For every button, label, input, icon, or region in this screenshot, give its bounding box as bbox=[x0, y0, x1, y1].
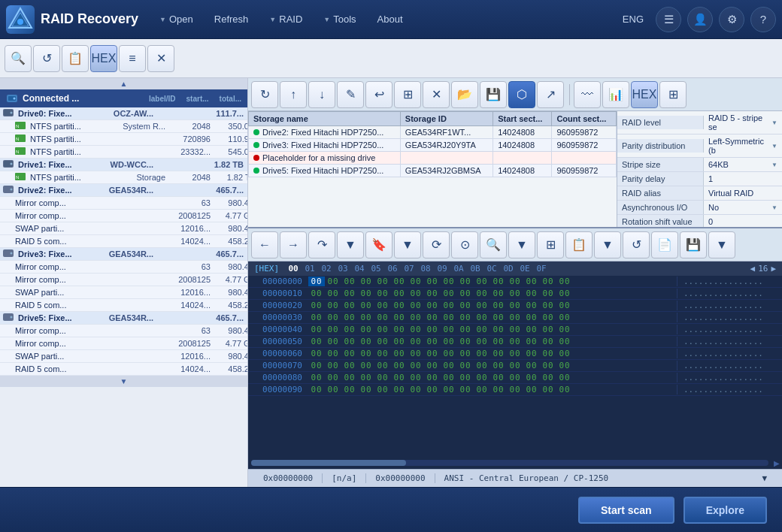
raid-up-btn[interactable]: ↑ bbox=[280, 81, 307, 108]
drive2-item[interactable]: Drive2: Fixe... GEA534R... 465.7... bbox=[0, 184, 247, 197]
hex-search-arrow-btn[interactable]: ▼ bbox=[508, 231, 535, 258]
drive5-mirror2[interactable]: Mirror comp... 2008125 4.77 GB bbox=[0, 337, 247, 350]
hex-row-3[interactable]: 00000030 0000000000000000000000000000000… bbox=[248, 312, 782, 324]
messages-icon-btn[interactable]: ☰ bbox=[656, 7, 681, 32]
hscroll-right-arrow[interactable]: ▶ bbox=[771, 459, 782, 467]
search-btn[interactable]: 🔍 bbox=[5, 45, 32, 72]
grid-btn[interactable]: ⊞ bbox=[659, 81, 687, 108]
drive5-item[interactable]: Drive5: Fixe... GEA534R... 465.7... bbox=[0, 312, 247, 325]
waveform-btn[interactable]: 〰 bbox=[574, 81, 601, 108]
drive2-mirror2[interactable]: Mirror comp... 2008125 4.77 GB bbox=[0, 210, 247, 222]
raid-export-btn[interactable]: ↗ bbox=[537, 81, 564, 108]
scroll-up-arrow[interactable]: ▲ bbox=[0, 78, 247, 89]
table-row[interactable]: Drive2: Fixed Hitachi HDP7250... GEA534R… bbox=[249, 126, 617, 139]
hex-save2-btn[interactable]: 💾 bbox=[680, 231, 707, 258]
hex-back-btn[interactable]: ← bbox=[251, 231, 278, 258]
menu-refresh[interactable]: Refresh bbox=[205, 9, 258, 29]
drive5-raid5[interactable]: RAID 5 com... 14024... 458.2... bbox=[0, 363, 247, 376]
drive3-mirror2[interactable]: Mirror comp... 2008125 4.77 GB bbox=[0, 274, 247, 286]
raid-edit-btn[interactable]: ✎ bbox=[337, 81, 364, 108]
hex-row-1[interactable]: 00000010 0000000000000000000000000000000… bbox=[248, 288, 782, 300]
list-view-btn[interactable]: ≡ bbox=[119, 45, 146, 72]
chart-btn[interactable]: 📊 bbox=[602, 81, 629, 108]
hex-save-arrow-btn[interactable]: ▼ bbox=[708, 231, 735, 258]
drive1-item[interactable]: Drive1: Fixe... WD-WCC... 1.82 TB bbox=[0, 159, 247, 171]
start-scan-button[interactable]: Start scan bbox=[578, 497, 674, 524]
hex-bookmark-btn[interactable]: 🔖 bbox=[365, 231, 393, 258]
hex-hscrollbar[interactable]: ▶ bbox=[248, 457, 782, 469]
hex-row-6[interactable]: 00000060 0000000000000000000000000000000… bbox=[248, 348, 782, 360]
hex-row-8[interactable]: 00000080 0000000000000000000000000000000… bbox=[248, 372, 782, 384]
drive1-part1[interactable]: N NTFS partiti... Storage 2048 1.82 TB bbox=[0, 171, 247, 184]
explore-button[interactable]: Explore bbox=[683, 497, 767, 524]
hscroll-thumb[interactable] bbox=[251, 460, 406, 466]
user-icon-btn[interactable]: 👤 bbox=[687, 7, 713, 32]
raid-level-arrow[interactable]: ▼ bbox=[771, 119, 777, 126]
close-btn[interactable]: ✕ bbox=[147, 45, 174, 72]
hex-mode-btn[interactable]: HEX bbox=[631, 81, 658, 108]
hex-arrow-btn[interactable]: ▼ bbox=[337, 231, 364, 258]
hex-refresh2-btn[interactable]: ↺ bbox=[623, 231, 650, 258]
hex-grid2-btn[interactable]: ⊞ bbox=[537, 231, 564, 258]
hex-col-05: 05 bbox=[368, 264, 384, 274]
raid-undo-btn[interactable]: ↩ bbox=[365, 81, 393, 108]
menu-tools[interactable]: ▼ Tools bbox=[314, 9, 365, 29]
drive5-mirror1[interactable]: Mirror comp... 63 980.4... bbox=[0, 325, 247, 337]
raid-calc-btn[interactable]: ⊞ bbox=[394, 81, 421, 108]
raid-navigate-btn[interactable]: ↻ bbox=[251, 81, 278, 108]
raid-build-btn[interactable]: ⬡ bbox=[508, 81, 535, 108]
async-io-arrow[interactable]: ▼ bbox=[771, 204, 777, 211]
table-row[interactable]: Drive3: Fixed Hitachi HDP7250... GEA534R… bbox=[249, 139, 617, 152]
encoding-dropdown-arrow[interactable]: ▼ bbox=[762, 473, 767, 483]
hex-edit2-btn[interactable]: ⟳ bbox=[423, 231, 450, 258]
hex-copy2-btn[interactable]: 📋 bbox=[565, 231, 593, 258]
hex-row-9[interactable]: 00000090 0000000000000000000000000000000… bbox=[248, 384, 782, 396]
hex-page-left-arrow[interactable]: ◀ bbox=[750, 264, 756, 274]
drive3-mirror1[interactable]: Mirror comp... 63 980.4... bbox=[0, 261, 247, 274]
hex-go-btn[interactable]: ⊙ bbox=[451, 231, 478, 258]
hex-row-2[interactable]: 00000020 0000000000000000000000000000000… bbox=[248, 300, 782, 312]
stripe-size-arrow[interactable]: ▼ bbox=[771, 162, 777, 168]
raid-down-btn[interactable]: ↓ bbox=[308, 81, 335, 108]
raid-open-btn[interactable]: 📂 bbox=[451, 81, 478, 108]
hex-row-0[interactable]: 00000000 0000000000000000000000000000000… bbox=[248, 276, 782, 288]
lang-selector[interactable]: ENG bbox=[617, 11, 650, 28]
help-icon-btn[interactable]: ? bbox=[750, 7, 776, 32]
hex-search-btn[interactable]: 🔍 bbox=[480, 231, 507, 258]
menu-raid[interactable]: ▼ RAID bbox=[260, 9, 311, 29]
refresh-btn[interactable]: ↺ bbox=[33, 45, 60, 72]
table-row-missing[interactable]: Placeholder for a missing drive bbox=[249, 152, 617, 165]
drive2-mirror1[interactable]: Mirror comp... 63 980.4... bbox=[0, 197, 247, 210]
drive0-part1[interactable]: N NTFS partiti... System R... 2048 350.0… bbox=[0, 120, 247, 133]
scroll-down-arrow[interactable]: ▼ bbox=[0, 376, 247, 387]
hex-view-btn[interactable]: HEX bbox=[90, 45, 117, 72]
hex-row-4[interactable]: 00000040 0000000000000000000000000000000… bbox=[248, 324, 782, 336]
hex-page-right-arrow[interactable]: ▶ bbox=[771, 264, 776, 274]
drive2-swap[interactable]: SWAP parti... 12016... 980.4... bbox=[0, 222, 247, 235]
drive0-part2[interactable]: N NTFS partiti... 720896 110.9... bbox=[0, 133, 247, 146]
menu-about[interactable]: About bbox=[368, 9, 412, 29]
hex-row-7[interactable]: 00000070 0000000000000000000000000000000… bbox=[248, 360, 782, 372]
hex-file-btn[interactable]: 📄 bbox=[651, 231, 678, 258]
drive3-item[interactable]: Drive3: Fixe... GEA534R... 465.7... bbox=[0, 248, 247, 261]
parity-dist-arrow[interactable]: ▼ bbox=[771, 143, 777, 150]
drive3-swap[interactable]: SWAP parti... 12016... 980.4... bbox=[0, 286, 247, 299]
hex-fwd-btn[interactable]: → bbox=[280, 231, 307, 258]
hex-bm-arrow-btn[interactable]: ▼ bbox=[394, 231, 421, 258]
drive2-raid5[interactable]: RAID 5 com... 14024... 458.2... bbox=[0, 235, 247, 248]
drive3-raid5[interactable]: RAID 5 com... 14024... 458.2... bbox=[0, 299, 247, 312]
hex-row-5[interactable]: 00000050 0000000000000000000000000000000… bbox=[248, 336, 782, 348]
raid-save-btn[interactable]: 💾 bbox=[480, 81, 507, 108]
settings-icon-btn[interactable]: ⚙ bbox=[719, 7, 744, 32]
hex-col-0e: 0E bbox=[517, 264, 533, 274]
hex-copy-arrow-btn[interactable]: ▼ bbox=[594, 231, 621, 258]
hex-content[interactable]: 00000000 0000000000000000000000000000000… bbox=[248, 276, 782, 457]
raid-remove-btn[interactable]: ✕ bbox=[423, 81, 450, 108]
drive0-item[interactable]: Drive0: Fixe... OCZ-AW... 111.7... bbox=[0, 107, 247, 120]
copy-btn[interactable]: 📋 bbox=[62, 45, 89, 72]
menu-open[interactable]: ▼ Open bbox=[150, 9, 202, 29]
table-row[interactable]: Drive5: Fixed Hitachi HDP7250... GEA534R… bbox=[249, 165, 617, 177]
drive5-swap[interactable]: SWAP parti... 12016... 980.4... bbox=[0, 350, 247, 363]
hex-replay-btn[interactable]: ↷ bbox=[308, 231, 335, 258]
drive0-part3[interactable]: N NTFS partiti... 23332... 545.0... bbox=[0, 146, 247, 159]
